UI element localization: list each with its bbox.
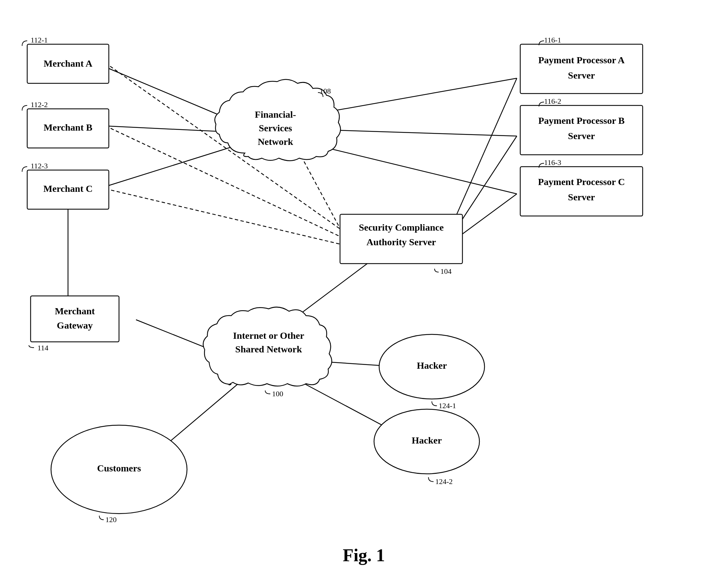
security-compliance-label1: Security Compliance <box>359 222 444 233</box>
pp-b-label1: Payment Processor B <box>538 115 625 126</box>
diagram: Merchant A 112-1 Merchant B 112-2 Mercha… <box>0 0 728 583</box>
svg-line-5 <box>105 189 343 245</box>
financial-network-cloud: Financial- Services Network 108 <box>215 80 341 161</box>
internet-label1: Internet or Other <box>233 330 304 341</box>
pp-b-box <box>520 105 643 155</box>
pp-a-ref: 116-1 <box>544 36 561 44</box>
pp-c-box <box>520 167 643 216</box>
pp-b-ref: 116-2 <box>544 97 561 105</box>
merchant-a-label: Merchant A <box>44 58 92 69</box>
pp-c-ref: 116-3 <box>544 158 561 167</box>
internet-label2: Shared Network <box>235 344 302 354</box>
pp-c-label1: Payment Processor C <box>538 177 625 187</box>
merchant-gateway-label1: Merchant <box>55 306 95 316</box>
pp-c-label2: Server <box>568 192 595 202</box>
security-compliance-ref: 104 <box>440 267 452 276</box>
figure-title: Fig. 1 <box>343 546 385 565</box>
merchant-gateway-label2: Gateway <box>57 320 93 331</box>
pp-b-label2: Server <box>568 131 595 141</box>
financial-network-label3: Network <box>258 136 293 147</box>
hacker2-ref: 124-2 <box>435 477 453 486</box>
financial-network-label1: Financial- <box>255 109 296 120</box>
merchant-a-ref: 112-1 <box>31 36 48 44</box>
merchant-c-label: Merchant C <box>44 183 93 194</box>
customers-ref: 120 <box>105 515 117 524</box>
hacker1-label: Hacker <box>417 360 447 371</box>
security-compliance-label2: Authority Server <box>367 237 436 247</box>
pp-a-label2: Server <box>568 70 595 81</box>
merchant-c-ref: 112-3 <box>31 162 48 170</box>
merchant-b-ref: 112-2 <box>31 100 48 109</box>
pp-a-box <box>520 44 643 94</box>
internet-cloud: Internet or Other Shared Network 100 <box>203 307 332 398</box>
pp-a-label1: Payment Processor A <box>538 55 625 65</box>
merchant-gateway-ref: 114 <box>37 344 48 352</box>
merchant-gateway-box <box>31 296 119 342</box>
hacker2-label: Hacker <box>412 435 442 446</box>
financial-network-label2: Services <box>259 123 292 133</box>
financial-network-ref: 108 <box>320 87 331 95</box>
svg-line-2 <box>104 143 245 187</box>
internet-ref: 100 <box>272 389 283 398</box>
customers-label: Customers <box>97 463 141 473</box>
merchant-b-label: Merchant B <box>44 122 92 133</box>
hacker1-ref: 124-1 <box>439 401 456 410</box>
